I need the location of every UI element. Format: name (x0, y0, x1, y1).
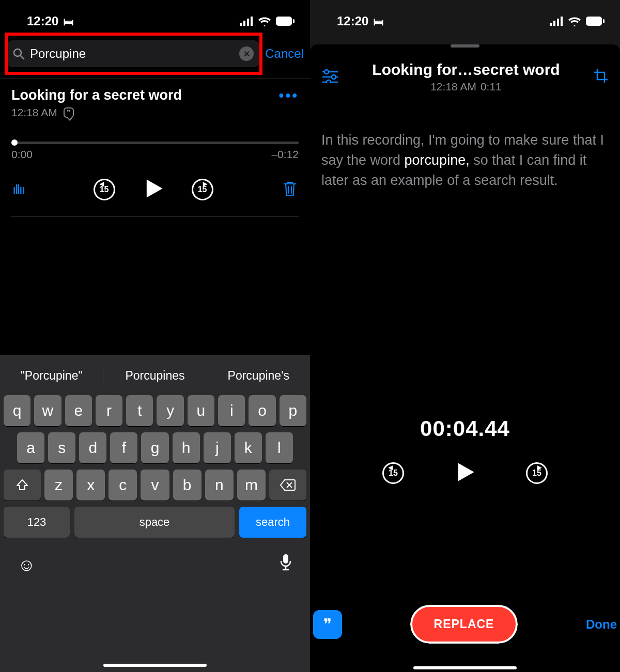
search-input[interactable] (30, 46, 234, 61)
key-search[interactable]: search (239, 507, 306, 538)
highlighted-word: porcupine, (405, 152, 470, 168)
status-bar: 12:20 (0, 0, 310, 37)
skip-back-button[interactable]: 15▸ (94, 179, 115, 200)
svg-rect-4 (276, 17, 292, 26)
play-button[interactable] (454, 461, 476, 486)
search-row: ✕ Cancel (0, 40, 310, 67)
key-shift[interactable] (4, 470, 41, 501)
key-l[interactable]: l (266, 432, 293, 463)
remaining-time: –0:12 (271, 148, 299, 161)
key-z[interactable]: z (44, 470, 73, 501)
delete-button[interactable] (282, 180, 298, 199)
divider (11, 216, 299, 217)
right-screenshot: 12:20 Looking for…secret word 12:18 AM0:… (310, 0, 620, 672)
svg-line-7 (21, 56, 24, 59)
keyboard: "Porcupine" Porcupines Porcupine's q w e… (0, 355, 310, 672)
key-delete[interactable] (269, 470, 306, 501)
key-b[interactable]: b (173, 470, 202, 501)
key-h[interactable]: h (173, 432, 200, 463)
key-c[interactable]: c (109, 470, 137, 501)
bed-icon (64, 14, 74, 28)
key-y[interactable]: y (157, 395, 183, 426)
svg-rect-5 (293, 19, 295, 23)
skip-forward-button[interactable]: 15▸ (192, 179, 213, 200)
replace-button[interactable]: REPLACE (410, 605, 518, 644)
svg-point-16 (324, 70, 329, 74)
edit-subtitle: 12:18 AM0:11 (372, 81, 560, 93)
clear-button[interactable]: ✕ (239, 46, 254, 61)
search-field[interactable]: ✕ (6, 40, 260, 67)
svg-rect-2 (247, 19, 249, 26)
key-k[interactable]: k (235, 432, 262, 463)
done-button[interactable]: Done (586, 617, 617, 632)
battery-icon (586, 17, 605, 26)
key-123[interactable]: 123 (4, 507, 70, 538)
key-o[interactable]: o (249, 395, 275, 426)
svg-point-20 (327, 80, 331, 83)
elapsed-time: 0:00 (11, 148, 33, 161)
transcript-button[interactable]: ❞ (313, 610, 342, 639)
home-indicator[interactable] (103, 664, 207, 667)
svg-rect-13 (586, 17, 602, 26)
sheet-grabber[interactable] (451, 44, 479, 48)
play-button[interactable] (142, 177, 165, 202)
suggestion[interactable]: "Porcupine" (0, 369, 103, 383)
key-s[interactable]: s (48, 432, 75, 463)
cellular-icon (550, 17, 563, 26)
left-screenshot: 12:20 ✕ Cancel Looking for a secret word (0, 0, 310, 672)
key-a[interactable]: a (17, 432, 44, 463)
key-j[interactable]: j (204, 432, 231, 463)
search-icon (12, 48, 25, 60)
status-bar: 12:20 (310, 0, 620, 37)
svg-rect-3 (251, 17, 253, 26)
sliders-icon[interactable] (321, 69, 339, 85)
waveform-icon[interactable]: ıllıı (12, 182, 24, 198)
key-w[interactable]: w (34, 395, 61, 426)
key-n[interactable]: n (205, 470, 234, 501)
svg-rect-10 (553, 21, 555, 26)
suggestion[interactable]: Porcupines (103, 369, 206, 383)
svg-rect-9 (550, 23, 552, 26)
svg-rect-8 (283, 554, 288, 564)
key-m[interactable]: m (237, 470, 266, 501)
home-indicator[interactable] (413, 666, 517, 669)
svg-rect-11 (557, 19, 559, 26)
svg-rect-0 (240, 23, 242, 26)
svg-point-6 (14, 49, 21, 56)
key-i[interactable]: i (218, 395, 245, 426)
transcript-icon: ❞ (64, 107, 74, 118)
skip-back-button[interactable]: 15▸ (382, 462, 404, 484)
dictation-icon[interactable] (279, 553, 292, 576)
skip-forward-button[interactable]: 15▸ (526, 462, 548, 484)
edit-title: Looking for…secret word (372, 61, 560, 79)
key-u[interactable]: u (188, 395, 214, 426)
key-space[interactable]: space (74, 507, 235, 538)
suggestion[interactable]: Porcupine's (207, 369, 310, 383)
key-x[interactable]: x (76, 470, 105, 501)
playhead-time: 00:04.44 (310, 416, 620, 441)
emoji-icon[interactable]: ☺ (18, 555, 36, 575)
key-q[interactable]: q (4, 395, 30, 426)
status-time: 12:20 (337, 14, 368, 28)
battery-icon (276, 17, 295, 26)
bed-icon (374, 14, 384, 28)
key-e[interactable]: e (65, 395, 92, 426)
more-button[interactable]: ••• (279, 87, 299, 104)
scrubber[interactable]: 0:00 –0:12 (11, 142, 299, 161)
crop-icon[interactable] (593, 68, 609, 86)
svg-rect-1 (243, 21, 245, 26)
suggestion-bar: "Porcupine" Porcupines Porcupine's (0, 359, 310, 392)
key-t[interactable]: t (126, 395, 153, 426)
recording-item[interactable]: Looking for a secret word 12:18 AM ❞ •••… (0, 79, 310, 217)
svg-rect-12 (561, 17, 563, 26)
key-d[interactable]: d (79, 432, 106, 463)
key-g[interactable]: g (141, 432, 168, 463)
cancel-button[interactable]: Cancel (265, 46, 304, 61)
key-p[interactable]: p (280, 395, 306, 426)
key-f[interactable]: f (110, 432, 137, 463)
recording-title: Looking for a secret word (11, 87, 182, 103)
scrubber-thumb[interactable] (11, 139, 18, 146)
key-v[interactable]: v (141, 470, 169, 501)
key-r[interactable]: r (96, 395, 122, 426)
transcript-text[interactable]: In this recording, I'm going to make sur… (321, 130, 609, 191)
